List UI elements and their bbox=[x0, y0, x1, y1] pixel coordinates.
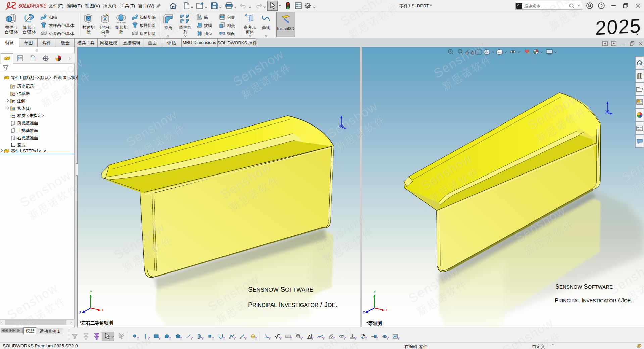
svg-text:X: X bbox=[102, 308, 104, 312]
svg-text:A: A bbox=[308, 334, 311, 338]
svg-text:Y: Y bbox=[374, 290, 376, 294]
svg-text:N: N bbox=[297, 334, 299, 337]
svg-text:Y: Y bbox=[90, 290, 92, 294]
svg-text:*等轴测: *等轴测 bbox=[366, 321, 382, 326]
svg-text:*左右二等角轴测: *左右二等角轴测 bbox=[80, 320, 113, 326]
svg-text:X: X bbox=[385, 308, 388, 312]
svg-text:Z: Z bbox=[363, 311, 365, 315]
svg-text:A: A bbox=[13, 100, 15, 103]
svg-text:Z: Z bbox=[79, 311, 81, 315]
svg-text:?: ? bbox=[600, 3, 602, 8]
